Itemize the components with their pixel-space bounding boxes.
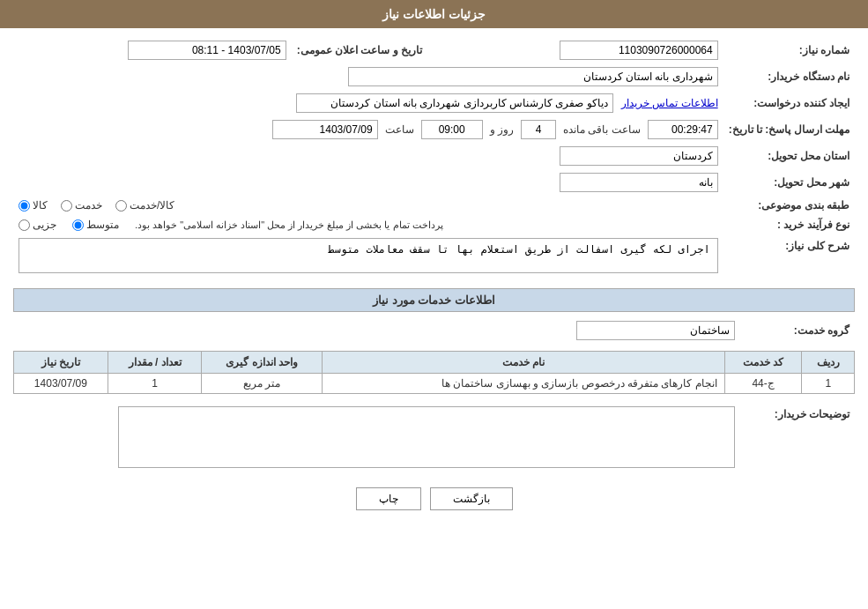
deadline-days-input[interactable] [521,120,556,139]
delivery-city-row: شهر محل تحویل: [13,169,855,196]
process-cell: پرداخت تمام یا بخشی از مبلغ خریدار از مح… [13,215,723,234]
category-kala-label: کالا [33,199,48,212]
buyer-notes-cell [13,403,740,474]
buyer-notes-row: توضیحات خریدار: [13,403,855,474]
creator-input[interactable] [296,93,613,113]
page-title: جزئیات اطلاعات نیاز [382,7,486,21]
delivery-province-input[interactable] [560,146,718,166]
description-label: شرح کلی نیاز: [723,234,855,279]
category-khedmat-item: خدمت [61,199,102,212]
cell-row-num: 1 [802,374,855,394]
process-row-content: پرداخت تمام یا بخشی از مبلغ خریدار از مح… [19,219,718,231]
service-group-table: گروه خدمت: [13,317,855,344]
process-jezii-label: جزیی [33,219,56,231]
delivery-province-label: استان محل تحویل: [723,143,855,169]
category-cell: کالا/خدمت خدمت کالا [13,196,723,215]
spacer1 [427,37,445,63]
table-row: 1 ج-44 انجام کارهای متفرقه درخصوص بازساز… [14,374,855,394]
services-table-body: 1 ج-44 انجام کارهای متفرقه درخصوص بازساز… [14,374,855,394]
col-date: تاریخ نیاز [14,352,108,374]
col-row-num: ردیف [802,352,855,374]
buyer-org-input[interactable] [348,67,718,86]
buyer-org-label: نام دستگاه خریدار: [723,63,855,90]
deadline-row: مهلت ارسال پاسخ: تا تاریخ: ساعت باقی مان… [13,116,855,143]
service-group-cell [13,317,740,344]
col-service-name: نام خدمت [323,352,725,374]
delivery-city-input[interactable] [560,173,718,192]
creator-cell: اطلاعات تماس خریدار [13,90,723,116]
category-kala-khedmat-item: کالا/خدمت [115,199,174,212]
service-group-input[interactable] [576,321,735,340]
deadline-row-content: ساعت باقی مانده روز و ساعت [19,120,718,139]
buttons-row: بازگشت چاپ [13,487,855,510]
info-table: شماره نیاز: تاریخ و ساعت اعلان عمومی: نا… [13,37,855,279]
deadline-date-input[interactable] [272,120,378,139]
process-description-text: پرداخت تمام یا بخشی از مبلغ خریدار از مح… [135,219,443,231]
creator-label: ایجاد کننده درخواست: [723,90,855,116]
announcement-date-label: تاریخ و ساعت اعلان عمومی: [292,37,427,63]
services-table: ردیف کد خدمت نام خدمت واحد اندازه گیری ت… [13,351,855,394]
buyer-org-row: نام دستگاه خریدار: [13,63,855,90]
print-button[interactable]: چاپ [356,487,421,510]
cell-service-name: انجام کارهای متفرقه درخصوص بازسازی و بهس… [323,374,725,394]
cell-unit: متر مربع [202,374,323,394]
category-kala-radio[interactable] [19,200,30,212]
process-row: نوع فرآیند خرید : پرداخت تمام یا بخشی از… [13,215,855,234]
process-label: نوع فرآیند خرید : [723,215,855,234]
request-number-input[interactable] [560,41,718,60]
delivery-province-cell [13,143,723,169]
process-jezii-item: جزیی [19,219,56,231]
category-kala-khedmat-label: کالا/خدمت [130,199,174,212]
deadline-label: مهلت ارسال پاسخ: تا تاریخ: [723,116,855,143]
buyer-notes-table: توضیحات خریدار: [13,403,855,474]
col-service-code: کد خدمت [724,352,802,374]
deadline-time-input[interactable] [421,120,483,139]
deadline-cell: ساعت باقی مانده روز و ساعت [13,116,723,143]
category-kala-khedmat-radio[interactable] [115,200,127,212]
description-row: شرح کلی نیاز: اجرای لکه گیری اسفالت از ط… [13,234,855,279]
deadline-remaining-input[interactable] [648,120,718,139]
delivery-city-cell [13,169,723,196]
page-container: جزئیات اطلاعات نیاز شماره نیاز: تاریخ و … [0,0,868,609]
service-group-row: گروه خدمت: [13,317,855,344]
content-area: شماره نیاز: تاریخ و ساعت اعلان عمومی: نا… [0,28,868,519]
category-khedmat-radio[interactable] [61,200,72,212]
process-jezii-radio[interactable] [19,219,30,231]
time-label: ساعت [385,123,414,136]
cell-date: 1403/07/09 [14,374,108,394]
col-unit: واحد اندازه گیری [202,352,323,374]
announcement-date-input[interactable] [128,41,286,60]
category-radio-group: کالا/خدمت خدمت کالا [19,199,718,212]
cell-service-code: ج-44 [724,374,802,394]
request-number-label: شماره نیاز: [723,37,855,63]
delivery-city-label: شهر محل تحویل: [723,169,855,196]
buyer-notes-label: توضیحات خریدار: [740,403,855,474]
services-header-row: ردیف کد خدمت نام خدمت واحد اندازه گیری ت… [14,352,855,374]
creator-contact-link[interactable]: اطلاعات تماس خریدار [621,97,718,109]
description-textarea[interactable]: اجرای لکه گیری اسفالت از طریق استعلام به… [19,238,718,273]
delivery-province-row: استان محل تحویل: [13,143,855,169]
description-cell: اجرای لکه گیری اسفالت از طریق استعلام به… [13,234,723,279]
process-motavaset-label: متوسط [86,219,119,231]
back-button[interactable]: بازگشت [430,487,513,510]
request-number-cell [445,37,723,63]
buyer-org-cell [13,63,723,90]
category-khedmat-label: خدمت [75,199,102,212]
category-row: طبقه بندی موضوعی: کالا/خدمت خدمت کالا [13,196,855,215]
days-label: روز و [490,123,514,136]
buyer-notes-textarea[interactable] [118,406,735,468]
process-motavaset-item: متوسط [72,219,119,231]
page-header: جزئیات اطلاعات نیاز [0,0,868,28]
request-number-row: شماره نیاز: تاریخ و ساعت اعلان عمومی: [13,37,855,63]
services-table-header: ردیف کد خدمت نام خدمت واحد اندازه گیری ت… [14,352,855,374]
service-group-label: گروه خدمت: [740,317,855,344]
category-label: طبقه بندی موضوعی: [723,196,855,215]
category-kala-item: کالا [19,199,48,212]
services-section-header: اطلاعات خدمات مورد نیاز [13,288,855,312]
announcement-date-cell [13,37,292,63]
col-quantity: تعداد / مقدار [108,352,202,374]
creator-row: ایجاد کننده درخواست: اطلاعات تماس خریدار [13,90,855,116]
cell-quantity: 1 [108,374,202,394]
process-motavaset-radio[interactable] [72,219,84,231]
remaining-label: ساعت باقی مانده [563,123,641,136]
